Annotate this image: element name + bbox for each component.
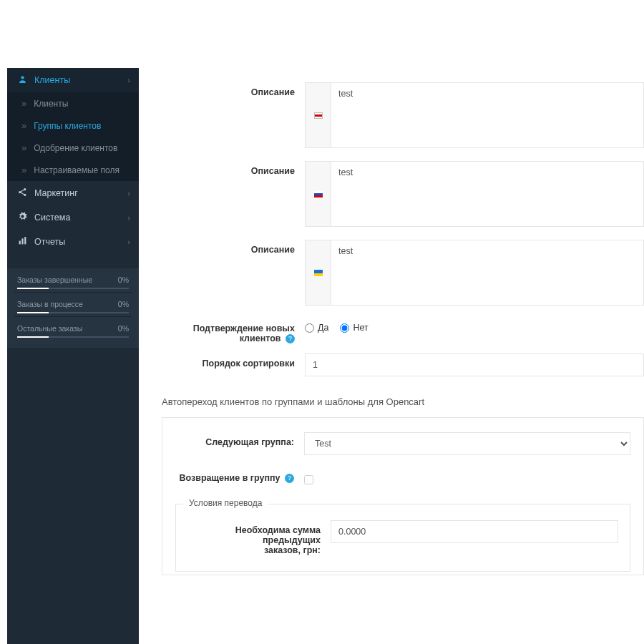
help-icon[interactable]: ? (286, 334, 295, 343)
gear-icon (16, 212, 29, 223)
sidebar-item-approve[interactable]: Одобрение клиентов (7, 137, 139, 159)
approval-radio-yes[interactable] (305, 323, 314, 333)
svg-point-0 (21, 76, 24, 79)
stat-row: Остальные заказы0% (14, 317, 132, 341)
required-sum-input[interactable] (331, 520, 618, 543)
conditions-legend: Условия перевода (183, 498, 268, 508)
flag-gb-icon (305, 82, 331, 148)
sidebar: Клиенты › Клиенты Группы клиентов Одобре… (7, 68, 139, 644)
sidebar-item-customer-groups[interactable]: Группы клиентов (7, 114, 139, 137)
chevron-right-icon: › (127, 189, 130, 197)
approval-radio-no[interactable] (340, 323, 349, 333)
nav-label: Клиенты (34, 75, 70, 85)
next-group-select[interactable]: Test (304, 432, 630, 455)
flag-ua-icon (305, 240, 331, 306)
section-title: Автопереход клиентов по группами и шабло… (162, 396, 644, 407)
nav-label: Маркетинг (34, 188, 78, 198)
approval-label: Подтверждение новых клиентов ? (162, 318, 305, 343)
stats-panel: Заказы завершенные0% Заказы в процессе0%… (7, 268, 139, 348)
nav-item-reports[interactable]: Отчеты › (7, 230, 139, 254)
chevron-right-icon: › (127, 76, 130, 84)
description-input-gb[interactable] (331, 82, 644, 148)
help-icon[interactable]: ? (285, 474, 294, 483)
stat-row: Заказы в процессе0% (14, 293, 132, 317)
main-form: Описание Описание Описание Подт (139, 68, 644, 644)
description-label: Описание (162, 82, 305, 97)
svg-rect-6 (24, 237, 26, 244)
nav-item-customers[interactable]: Клиенты › (7, 68, 139, 92)
nav-item-system[interactable]: Система › (7, 205, 139, 230)
approval-yes-option[interactable]: Да (305, 323, 328, 333)
nav-label: Отчеты (34, 237, 65, 247)
chevron-right-icon: › (127, 238, 130, 246)
description-input-ru[interactable] (331, 161, 644, 227)
user-icon (16, 74, 29, 86)
return-group-label: Возвращение в группу ? (175, 468, 304, 483)
chevron-right-icon: › (127, 213, 130, 222)
svg-rect-4 (19, 241, 20, 245)
svg-rect-5 (21, 238, 23, 244)
nav-label: Система (34, 213, 70, 223)
chart-icon (16, 236, 29, 248)
return-group-checkbox[interactable] (304, 475, 313, 484)
stat-row: Заказы завершенные0% (14, 268, 132, 293)
nav-item-marketing[interactable]: Маркетинг › (7, 181, 139, 205)
description-input-ua[interactable] (331, 240, 644, 306)
flag-ru-icon (305, 161, 331, 227)
sidebar-item-custom-fields[interactable]: Настраиваемые поля (7, 159, 139, 181)
conditions-fieldset: Условия перевода Необходима сумма предыд… (175, 504, 630, 572)
description-label: Описание (162, 240, 305, 255)
sort-order-input[interactable] (305, 353, 644, 376)
auto-transfer-fieldset: Следующая группа: Test Возвращение в гру… (162, 417, 644, 575)
next-group-label: Следующая группа: (175, 432, 304, 447)
approval-no-option[interactable]: Нет (340, 323, 368, 333)
description-label: Описание (162, 161, 305, 176)
sort-order-label: Порядок сортировки (162, 353, 305, 369)
sidebar-item-clients[interactable]: Клиенты (7, 92, 139, 114)
share-icon (16, 187, 29, 199)
required-sum-label: Необходима сумма предыдущихзаказов, грн: (187, 520, 331, 555)
